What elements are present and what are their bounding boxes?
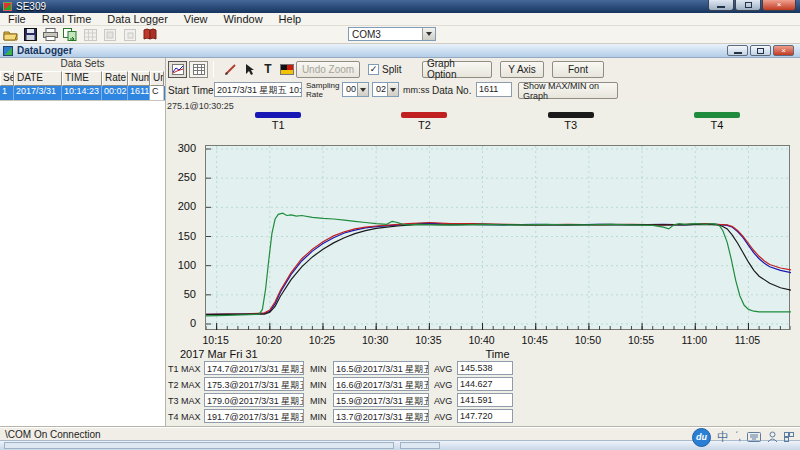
stat-avg-value[interactable]: 145.538 <box>457 361 513 375</box>
y-tick-label: 0 <box>190 317 196 329</box>
child-minimize-button[interactable] <box>727 45 748 56</box>
legend-swatch-t1 <box>255 112 301 118</box>
data-no-field[interactable]: 1611 <box>476 82 512 97</box>
menu-item-data-logger[interactable]: Data Logger <box>99 13 176 26</box>
rate-minutes-dropdown-icon[interactable] <box>357 83 368 96</box>
menu-item-real-time[interactable]: Real Time <box>34 13 100 26</box>
child-restore-button[interactable] <box>750 45 771 56</box>
window-tile-icon[interactable] <box>102 27 118 42</box>
ime-keyboard-icon[interactable] <box>747 431 761 443</box>
stat-max-value[interactable]: 191.7@2017/3/31 星期五 10:2 <box>204 409 304 423</box>
chart-toolbar: T Undo Zoom ✓ Split Graph Option Y Axis … <box>166 58 800 80</box>
close-button[interactable]: × <box>762 0 796 11</box>
legend-item-t4: T4 <box>644 112 790 140</box>
toolbar-separator <box>213 61 214 77</box>
split-checkbox[interactable]: ✓ <box>368 64 379 75</box>
column-header-nums: Nums <box>128 71 150 86</box>
stat-min-label: MIN <box>310 380 327 390</box>
save-icon[interactable] <box>22 27 38 42</box>
stat-avg-value[interactable]: 141.591 <box>457 393 513 407</box>
cell-time: 10:14:23 <box>62 86 102 100</box>
menu-item-file[interactable]: File <box>0 13 34 26</box>
stat-min-value[interactable]: 15.9@2017/3/31 星期五 10:15 <box>333 393 429 407</box>
stat-max-value[interactable]: 175.3@2017/3/31 星期五 10:1 <box>204 377 304 391</box>
minimize-icon <box>717 6 725 8</box>
data-sets-title: Data Sets <box>0 58 165 71</box>
ime-punctuation-icon[interactable]: ˊ, <box>735 431 741 443</box>
table-view-button[interactable] <box>189 61 208 78</box>
main-toolbar: COM3 <box>0 26 800 44</box>
legend-swatch-t3 <box>548 112 594 118</box>
table-row[interactable]: 1 2017/3/31 10:14:23 00:02 1611 C <box>0 86 165 100</box>
child-close-button[interactable]: × <box>773 45 794 56</box>
taskbar-segment <box>4 442 394 449</box>
y-tick-label: 250 <box>178 171 196 183</box>
cell-rate: 00:02 <box>102 86 128 100</box>
rate-seconds-dropdown-icon[interactable] <box>387 83 398 96</box>
stat-max-value[interactable]: 179.0@2017/3/31 星期五 10:1 <box>204 393 304 407</box>
stat-max-label: T3 MAX <box>168 396 201 406</box>
graph-view-button[interactable] <box>168 61 187 78</box>
y-tick-label: 150 <box>178 230 196 242</box>
export-icon[interactable] <box>62 27 78 42</box>
stat-min-label: MIN <box>310 396 327 406</box>
grid-icon[interactable] <box>82 27 98 42</box>
legend-label: T2 <box>418 119 431 131</box>
ime-language-icon[interactable]: 中 <box>717 431 729 443</box>
window-cascade-icon[interactable] <box>122 27 138 42</box>
legend-swatch-t4 <box>694 112 740 118</box>
y-axis-button[interactable]: Y Axis <box>500 61 544 78</box>
data-sets-header: Set DATE TIME Rate Nums Unit <box>0 71 165 86</box>
minimize-button[interactable] <box>708 0 734 11</box>
rate-minutes-select[interactable]: 00 <box>342 82 369 97</box>
baidu-ime-icon[interactable]: du <box>692 428 711 447</box>
start-time-label: Start Time <box>168 85 214 96</box>
stat-avg-label: AVG <box>434 364 452 374</box>
open-icon[interactable] <box>2 27 18 42</box>
help-book-icon[interactable] <box>142 27 158 42</box>
status-text: \COM On Connection <box>5 429 101 440</box>
show-maxmin-button[interactable]: Show MAX/MIN on Graph <box>518 82 618 99</box>
datalogger-window-titlebar: DataLogger × <box>0 44 800 58</box>
com-port-dropdown-icon[interactable] <box>422 28 435 40</box>
font-button[interactable]: Font <box>552 61 604 78</box>
ime-user-icon[interactable] <box>767 431 778 443</box>
taskbar-strip <box>0 440 800 450</box>
stat-avg-value[interactable]: 144.627 <box>457 377 513 391</box>
undo-zoom-button[interactable]: Undo Zoom <box>296 61 360 78</box>
stat-min-value[interactable]: 16.5@2017/3/31 星期五 10:15 <box>333 361 429 375</box>
text-tool-icon[interactable]: T <box>260 61 276 78</box>
start-time-field[interactable]: 2017/3/31 星期五 10:14 <box>214 82 302 97</box>
menu-item-window[interactable]: Window <box>215 13 270 26</box>
graph-option-button[interactable]: Graph Option <box>422 61 492 78</box>
data-no-label: Data No. <box>432 85 471 96</box>
chart-plot-area[interactable] <box>205 145 790 330</box>
title-bar: SE309 × <box>0 0 800 13</box>
maximize-button[interactable] <box>735 0 761 11</box>
datalogger-window-title: DataLogger <box>17 45 73 56</box>
ime-grid-icon[interactable] <box>784 431 794 443</box>
pen-tool-icon[interactable] <box>222 61 238 78</box>
com-port-select[interactable]: COM3 <box>348 27 436 41</box>
cell-date: 2017/3/31 <box>14 86 62 100</box>
rate-unit-label: mm:ss <box>403 85 430 95</box>
y-axis-labels: 050100150200250300 <box>168 145 202 330</box>
y-tick-label: 50 <box>184 288 196 300</box>
minimize-icon <box>734 52 742 54</box>
print-icon[interactable] <box>42 27 58 42</box>
menu-item-help[interactable]: Help <box>271 13 310 26</box>
taskbar-segment <box>400 442 440 449</box>
stat-min-value[interactable]: 13.7@2017/3/31 星期五 10:15 <box>333 409 429 423</box>
column-header-time: TIME <box>62 71 102 86</box>
stat-avg-value[interactable]: 147.720 <box>457 409 513 423</box>
stat-row-t4: T4 MAX191.7@2017/3/31 星期五 10:2MIN13.7@20… <box>166 409 800 423</box>
rate-seconds-select[interactable]: 02 <box>372 82 399 97</box>
x-tick-label: 10:20 <box>252 334 286 346</box>
y-tick-label: 100 <box>178 259 196 271</box>
arrow-tool-icon[interactable] <box>241 61 257 78</box>
menu-item-view[interactable]: View <box>176 13 216 26</box>
color-swatch-icon[interactable] <box>279 61 295 78</box>
stat-max-value[interactable]: 174.7@2017/3/31 星期五 10:1 <box>204 361 304 375</box>
y-tick-label: 300 <box>178 142 196 154</box>
stat-min-value[interactable]: 16.6@2017/3/31 星期五 10:14 <box>333 377 429 391</box>
